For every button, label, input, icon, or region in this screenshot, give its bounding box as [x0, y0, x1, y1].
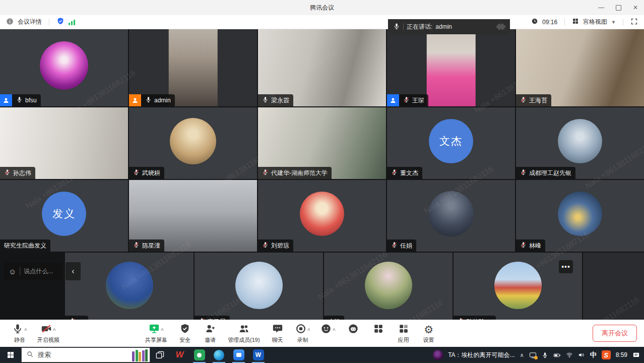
- chevron-down-icon: ▼: [611, 20, 616, 25]
- toolbar-button-face[interactable]: ∧: [320, 323, 336, 336]
- taskbar-app-word[interactable]: W: [248, 347, 268, 363]
- chevron-up-icon[interactable]: ∧: [306, 327, 310, 332]
- profile-avatar: [558, 192, 602, 236]
- network-signal-icon[interactable]: [69, 19, 75, 25]
- participant-name-label: zc: [65, 316, 88, 320]
- participant-label-bar: 吉祥: [324, 316, 344, 320]
- participant-tile[interactable]: 孙桂玲✎•••: [454, 253, 582, 320]
- taskbar-app-meet[interactable]: [229, 347, 248, 363]
- participant-tile[interactable]: 成都理工赵先银: [516, 107, 644, 179]
- chevron-up-icon[interactable]: ∧: [160, 327, 164, 332]
- participant-tile[interactable]: 王海苔: [516, 29, 644, 106]
- participant-tile[interactable]: bfsu: [0, 29, 128, 106]
- role-badge-icon: [129, 94, 141, 106]
- toolbar-button-bot[interactable]: [346, 323, 361, 336]
- tray-mic-icon[interactable]: [542, 352, 548, 358]
- maximize-button[interactable]: [610, 0, 627, 15]
- profile-avatar: [365, 262, 412, 309]
- taskbar-app-edge[interactable]: [209, 347, 229, 363]
- toolbar-button-members[interactable]: 管理成员(19): [228, 323, 260, 344]
- edit-name-icon[interactable]: ✎: [487, 319, 492, 320]
- toolbar-button-apps[interactable]: 应用: [396, 323, 411, 344]
- toolbar-button-blocks[interactable]: [371, 323, 386, 336]
- participant-label-bar: bfsu: [0, 94, 41, 106]
- windows-taskbar: 搜索 WW TA：埃杜的离开可能会... ∧ 中 S 8:59: [0, 347, 644, 363]
- volume-icon[interactable]: [578, 351, 585, 358]
- taskbar-app-taskview[interactable]: [150, 347, 170, 363]
- participant-tile[interactable]: 梁永霞: [258, 29, 386, 106]
- search-icon: [26, 350, 34, 359]
- window-title: 腾讯会议: [310, 4, 334, 12]
- mic-muted-icon: [262, 241, 269, 250]
- minimize-button[interactable]: —: [593, 0, 610, 15]
- wifi-icon[interactable]: [566, 351, 573, 358]
- participant-tile[interactable]: 王琛: [387, 29, 515, 106]
- toolbar-button-share[interactable]: ∧共享屏幕: [145, 323, 167, 344]
- participant-tile[interactable]: 任娟: [387, 180, 515, 252]
- close-button[interactable]: ✕: [627, 0, 644, 15]
- tile-more-button[interactable]: •••: [559, 260, 573, 273]
- fullscreen-icon[interactable]: [630, 18, 638, 27]
- taskbar-app-wps[interactable]: W: [170, 347, 189, 363]
- sogou-tray-icon[interactable]: S: [602, 350, 611, 359]
- mic-muted-icon: [133, 241, 140, 250]
- participant-tile[interactable]: 林峰: [516, 180, 644, 252]
- bot-icon: [348, 323, 359, 335]
- participant-tile[interactable]: 孙志伟: [0, 107, 128, 179]
- participant-tile[interactable]: zc: [65, 253, 194, 320]
- participant-name-label: 王海苔: [516, 94, 551, 106]
- chat-collapse-button[interactable]: ‹: [66, 262, 81, 280]
- chevron-up-icon[interactable]: ∧: [52, 327, 56, 332]
- mic-muted-icon: [262, 169, 269, 177]
- participant-tile[interactable]: 代建华-湖南师范大学: [258, 107, 386, 179]
- grid-row: 发义研究生院曲发义陈星潼刘碧琼任娟林峰: [0, 180, 644, 252]
- taskbar-search[interactable]: 搜索: [21, 347, 150, 362]
- tray-expand-icon[interactable]: ∧: [520, 352, 524, 358]
- participant-tile[interactable]: admin: [129, 29, 257, 106]
- toolbar-button-chat[interactable]: 聊天: [270, 323, 285, 344]
- participant-name-label: 吉祥: [324, 316, 344, 320]
- participant-tile[interactable]: 武晓耕: [129, 107, 257, 179]
- news-app-icon[interactable]: [433, 350, 443, 360]
- cast-screen-icon[interactable]: [529, 351, 537, 359]
- participant-label-bar: admin: [129, 94, 175, 106]
- quick-chat-input[interactable]: ☺ 说点什么...: [4, 262, 62, 280]
- toolbar-label: 管理成员(19): [228, 336, 260, 344]
- start-button[interactable]: [0, 347, 21, 363]
- notification-center-icon[interactable]: [632, 351, 640, 359]
- participant-name-label: 刘碧琼: [258, 239, 293, 252]
- meeting-details-link[interactable]: 会议详情: [18, 18, 42, 26]
- view-mode-selector[interactable]: 宫格视图: [583, 18, 607, 26]
- participant-name-label: 陈星潼: [129, 239, 164, 252]
- participant-tile[interactable]: 文杰董文杰: [387, 107, 515, 179]
- participant-tile[interactable]: 发义研究生院曲发义: [0, 180, 128, 252]
- participant-tile[interactable]: 李子晨: [195, 253, 323, 320]
- toolbar-label: 静音: [14, 336, 25, 344]
- emoji-icon[interactable]: ☺: [9, 267, 16, 276]
- toolbar-button-cam[interactable]: ∧开启视频: [37, 323, 59, 344]
- battery-icon[interactable]: [553, 351, 561, 359]
- security-shield-icon[interactable]: [56, 17, 65, 27]
- chevron-up-icon[interactable]: ∧: [332, 327, 336, 332]
- books-decoration-icon: [132, 349, 148, 361]
- taskbar-app-wechat[interactable]: [189, 347, 209, 363]
- mic-on-icon: [145, 96, 152, 104]
- participant-tile[interactable]: 刘碧琼: [258, 180, 386, 252]
- video-grid-area: bfsuadmin梁永霞王琛王海苔孙志伟武晓耕代建华-湖南师范大学文杰董文杰成都…: [0, 29, 644, 320]
- ime-indicator[interactable]: 中: [590, 350, 597, 359]
- profile-avatar: [428, 191, 474, 236]
- participant-name-label: admin: [141, 94, 175, 106]
- leave-meeting-button[interactable]: 离开会议: [593, 325, 637, 342]
- participant-label-bar: 任娟: [387, 239, 416, 252]
- toolbar-button-mic[interactable]: ∧静音: [12, 323, 27, 344]
- toolbar-button-gear[interactable]: ⚙设置: [421, 323, 436, 344]
- mic-muted-icon: [69, 318, 76, 320]
- toolbar-button-invite[interactable]: 邀请: [203, 323, 218, 344]
- participant-tile[interactable]: 吉祥: [324, 253, 453, 320]
- taskbar-clock[interactable]: 8:59: [616, 351, 627, 358]
- participant-tile[interactable]: 陈星潼: [129, 180, 257, 252]
- tray-news-ticker[interactable]: TA：埃杜的离开可能会...: [448, 351, 514, 359]
- chevron-up-icon[interactable]: ∧: [24, 327, 28, 332]
- toolbar-button-shield[interactable]: 安全: [177, 323, 192, 344]
- toolbar-button-record[interactable]: ∧录制: [295, 323, 310, 344]
